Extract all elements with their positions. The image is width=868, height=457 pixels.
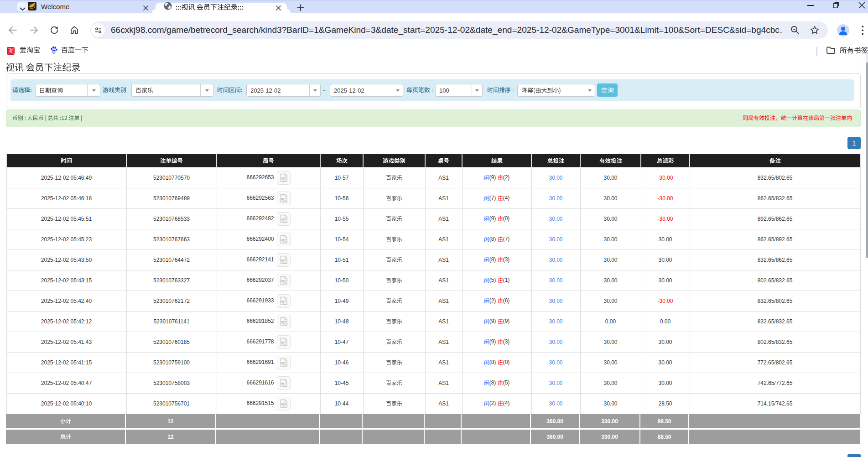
svg-text:du: du (52, 50, 56, 53)
